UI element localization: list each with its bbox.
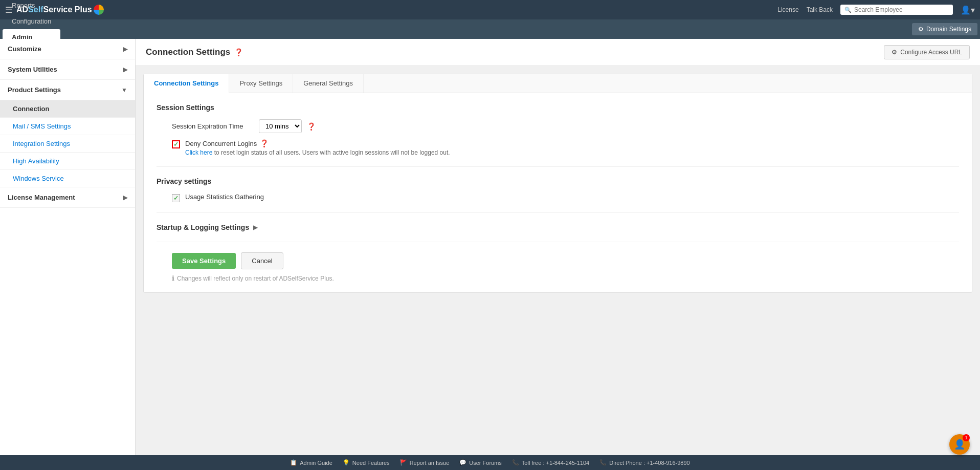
session-expiration-label: Session Expiration Time bbox=[172, 122, 254, 130]
nav-item-configuration[interactable]: Configuration bbox=[3, 13, 60, 29]
talkback-link[interactable]: Talk Back bbox=[807, 6, 833, 13]
license-link[interactable]: License bbox=[777, 6, 798, 13]
search-box: 🔍 bbox=[840, 5, 953, 15]
usage-check-icon: ✓ bbox=[173, 195, 179, 202]
footer: 📋Admin Guide💡Need Features🚩Report an Iss… bbox=[0, 455, 980, 470]
deny-concurrent-help-icon[interactable]: ❓ bbox=[260, 139, 269, 147]
tab-connection-settings[interactable]: Connection Settings bbox=[144, 74, 229, 93]
footer-item-need-features[interactable]: 💡Need Features bbox=[343, 459, 390, 466]
privacy-settings-title: Privacy settings bbox=[157, 177, 959, 185]
footer-item-admin-guide[interactable]: 📋Admin Guide bbox=[290, 459, 332, 466]
footer-label: Report an Issue bbox=[410, 460, 450, 466]
sidebar-section-product-settings[interactable]: Product Settings▼ bbox=[0, 80, 135, 100]
tab-proxy-settings[interactable]: Proxy Settings bbox=[229, 74, 293, 93]
sidebar-item-connection[interactable]: Connection bbox=[0, 100, 135, 118]
domain-settings-label: Domain Settings bbox=[926, 26, 971, 33]
sidebar-item-integration-settings[interactable]: Integration Settings bbox=[0, 135, 135, 153]
click-here-link[interactable]: Click here bbox=[185, 149, 212, 156]
tab-panel: Connection SettingsProxy SettingsGeneral… bbox=[143, 74, 972, 293]
session-expiration-select[interactable]: 5 mins10 mins15 mins30 mins1 hour bbox=[259, 119, 302, 133]
configure-access-url-button[interactable]: ⚙ Configure Access URL bbox=[884, 45, 970, 59]
info-icon: ℹ bbox=[172, 274, 174, 282]
startup-arrow-icon: ▶ bbox=[253, 224, 258, 231]
cancel-button[interactable]: Cancel bbox=[241, 252, 283, 269]
sidebar-item-high-availability[interactable]: High Availability bbox=[0, 153, 135, 170]
footer-icon: 🚩 bbox=[400, 459, 407, 466]
footer-item-report-an-issue[interactable]: 🚩Report an Issue bbox=[400, 459, 450, 466]
restart-note-text: Changes will reflect only on restart of … bbox=[177, 275, 334, 282]
page-header: Connection Settings ❓ ⚙ Configure Access… bbox=[136, 39, 980, 66]
usage-stats-row: ✓ Usage Statistics Gathering bbox=[157, 193, 959, 202]
footer-label: Direct Phone : +1-408-916-9890 bbox=[609, 460, 689, 466]
tab-general-settings[interactable]: General Settings bbox=[293, 74, 364, 93]
restart-note: ℹ Changes will reflect only on restart o… bbox=[157, 274, 959, 282]
user-icon[interactable]: 👤▾ bbox=[961, 5, 975, 15]
gear-icon-configure: ⚙ bbox=[892, 49, 897, 56]
divider2 bbox=[157, 212, 959, 213]
sidebar-section-arrow-icon: ▼ bbox=[121, 87, 127, 94]
session-expiration-row: Session Expiration Time 5 mins10 mins15 … bbox=[157, 119, 959, 133]
content-area: Connection Settings ❓ ⚙ Configure Access… bbox=[136, 39, 980, 455]
help-icon[interactable]: ❓ bbox=[234, 48, 243, 56]
page-title: Connection Settings bbox=[146, 47, 230, 57]
divider3 bbox=[157, 242, 959, 242]
sidebar-section-license-management[interactable]: License Management▶ bbox=[0, 187, 135, 208]
tab-nav: Connection SettingsProxy SettingsGeneral… bbox=[144, 74, 972, 93]
usage-stats-checkbox[interactable]: ✓ bbox=[172, 194, 180, 202]
sidebar-section-arrow-icon: ▶ bbox=[123, 46, 127, 53]
sidebar: Customize▶System Utilities▶Product Setti… bbox=[0, 39, 136, 455]
footer-icon: 📞 bbox=[599, 459, 607, 466]
nav-right: ⚙ Domain Settings bbox=[912, 23, 977, 35]
search-input[interactable] bbox=[854, 6, 949, 13]
page-title-container: Connection Settings ❓ bbox=[146, 47, 243, 57]
top-bar-right: License Talk Back 🔍 👤▾ bbox=[777, 5, 975, 15]
deny-concurrent-label: Deny Concurrent Logins bbox=[185, 140, 257, 147]
sidebar-section-customize[interactable]: Customize▶ bbox=[0, 39, 135, 59]
startup-title: Startup & Logging Settings bbox=[157, 223, 249, 231]
sidebar-section-label: Product Settings bbox=[8, 86, 61, 94]
search-icon: 🔍 bbox=[844, 7, 852, 13]
footer-label: Admin Guide bbox=[300, 460, 332, 466]
footer-icon: 📋 bbox=[290, 459, 297, 466]
domain-settings-button[interactable]: ⚙ Domain Settings bbox=[912, 23, 977, 35]
main-layout: Customize▶System Utilities▶Product Setti… bbox=[0, 39, 980, 455]
footer-icon: 📞 bbox=[512, 459, 519, 466]
deny-concurrent-note: to reset login status of all users. User… bbox=[214, 149, 450, 156]
startup-section-header[interactable]: Startup & Logging Settings ▶ bbox=[157, 223, 959, 231]
tab-content: Session Settings Session Expiration Time… bbox=[144, 93, 972, 292]
sidebar-item-windows-service[interactable]: Windows Service bbox=[0, 170, 135, 187]
session-help-icon[interactable]: ❓ bbox=[307, 122, 316, 131]
divider bbox=[157, 166, 959, 167]
deny-concurrent-sublabel: Click here to reset login status of all … bbox=[185, 149, 450, 156]
footer-label: Need Features bbox=[352, 460, 390, 466]
footer-item-direct-phone----1-408-916-9890[interactable]: 📞Direct Phone : +1-408-916-9890 bbox=[599, 459, 689, 466]
sidebar-section-label: System Utilities bbox=[8, 66, 57, 73]
button-row: Save Settings Cancel bbox=[157, 252, 959, 269]
sidebar-sections: Customize▶System Utilities▶Product Setti… bbox=[0, 39, 135, 208]
chat-badge: 1 bbox=[963, 434, 970, 441]
footer-icon: 💬 bbox=[459, 459, 466, 466]
sidebar-section-label: License Management bbox=[8, 194, 75, 201]
save-settings-button[interactable]: Save Settings bbox=[172, 253, 236, 269]
nav-item-reports[interactable]: Reports bbox=[3, 0, 60, 13]
configure-url-label: Configure Access URL bbox=[900, 49, 962, 56]
nav-bar: DashboardReportsConfigurationAdminApplic… bbox=[0, 19, 980, 39]
chat-bubble[interactable]: 👤 1 bbox=[949, 434, 970, 455]
footer-item-user-forums[interactable]: 💬User Forums bbox=[459, 459, 502, 466]
deny-concurrent-row: ✓ Deny Concurrent Logins ❓ Click here to… bbox=[157, 139, 959, 156]
usage-stats-label: Usage Statistics Gathering bbox=[185, 193, 264, 201]
sidebar-section-system-utilities[interactable]: System Utilities▶ bbox=[0, 59, 135, 80]
check-icon: ✓ bbox=[173, 141, 179, 148]
sidebar-section-arrow-icon: ▶ bbox=[123, 194, 127, 201]
gear-icon: ⚙ bbox=[918, 26, 924, 33]
sidebar-section-label: Customize bbox=[8, 45, 41, 53]
sidebar-section-arrow-icon: ▶ bbox=[123, 66, 127, 73]
footer-label: User Forums bbox=[469, 460, 502, 466]
deny-concurrent-checkbox[interactable]: ✓ bbox=[172, 140, 180, 148]
deny-concurrent-content: Deny Concurrent Logins ❓ Click here to r… bbox=[185, 139, 450, 156]
footer-item-toll-free----1-844-245-1104[interactable]: 📞Toll free : +1-844-245-1104 bbox=[512, 459, 589, 466]
footer-icon: 💡 bbox=[343, 459, 350, 466]
footer-label: Toll free : +1-844-245-1104 bbox=[522, 460, 589, 466]
top-bar: ☰ ADSelfService Plus License Talk Back 🔍… bbox=[0, 0, 980, 19]
sidebar-item-mail--sms-settings[interactable]: Mail / SMS Settings bbox=[0, 118, 135, 135]
